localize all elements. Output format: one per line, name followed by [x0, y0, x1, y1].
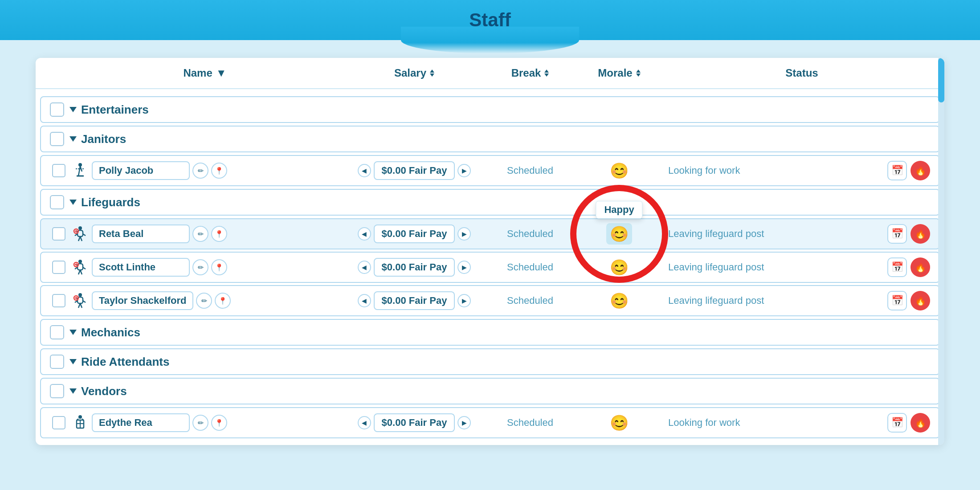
morale-icon-taylor: 😊 [610, 292, 629, 310]
morale-icon-reta: 😊 [606, 223, 632, 245]
salary-decrease-scott[interactable]: ◀ [358, 261, 371, 274]
scrollbar[interactable] [938, 58, 944, 445]
column-header-status: Status [664, 67, 940, 79]
sort-icon-break [544, 69, 549, 77]
calendar-button-taylor[interactable]: 📅 [887, 291, 907, 310]
status-cell-taylor: Leaving lifeguard post 📅 🔥 [664, 291, 935, 310]
action-buttons-taylor: 📅 🔥 [887, 291, 930, 310]
page-title: Staff [469, 9, 510, 31]
edit-button-scott[interactable]: ✏ [192, 259, 208, 275]
morale-cell-polly: 😊 [575, 162, 664, 180]
salary-increase-reta[interactable]: ▶ [457, 227, 471, 241]
svg-point-5 [78, 226, 82, 230]
edit-button-reta[interactable]: ✏ [192, 226, 208, 242]
group-checkbox-vendors[interactable] [50, 384, 64, 398]
column-header-name[interactable]: Name ▼ [67, 67, 343, 79]
name-input-wrap-polly: Polly Jacob ✏ 📍 [92, 161, 343, 180]
morale-icon-scott: 😊 [610, 258, 629, 276]
row-checkbox-scott[interactable] [52, 261, 65, 274]
sort-icon-name: ▼ [216, 67, 227, 79]
group-mechanics[interactable]: Mechanics [40, 319, 940, 346]
name-display-polly: Polly Jacob [92, 161, 190, 180]
edit-button-polly[interactable]: ✏ [192, 163, 208, 179]
salary-increase-scott[interactable]: ▶ [457, 261, 471, 274]
group-janitors[interactable]: Janitors [40, 126, 940, 152]
action-buttons-reta: 📅 🔥 [887, 224, 930, 244]
group-checkbox-ride-attendants[interactable] [50, 355, 64, 369]
location-button-edythe[interactable]: 📍 [211, 415, 227, 431]
fire-button-reta[interactable]: 🔥 [911, 224, 930, 244]
salary-display-scott: $0.00 Fair Pay [374, 258, 455, 277]
table-row: Scott Linthe ✏ 📍 ◀ $0.00 Fair Pay ▶ Sche… [40, 252, 940, 283]
salary-increase-edythe[interactable]: ▶ [457, 416, 471, 429]
location-button-scott[interactable]: 📍 [211, 259, 227, 275]
name-display-taylor: Taylor Shackelford [92, 291, 193, 310]
group-checkbox-janitors[interactable] [50, 132, 64, 146]
row-checkbox-edythe[interactable] [52, 416, 65, 429]
salary-decrease-polly[interactable]: ◀ [358, 164, 371, 177]
table-row: Edythe Rea ✏ 📍 ◀ $0.00 Fair Pay ▶ Schedu… [40, 407, 940, 438]
page-header: Staff [0, 0, 980, 40]
lifeguard-icon-taylor [72, 293, 88, 309]
fire-button-scott[interactable]: 🔥 [911, 257, 930, 277]
name-display-edythe: Edythe Rea [92, 413, 190, 432]
name-input-wrap-reta: Reta Beal ✏ 📍 [92, 225, 343, 243]
table-row: Taylor Shackelford ✏ 📍 ◀ $0.00 Fair Pay … [40, 285, 940, 316]
salary-increase-taylor[interactable]: ▶ [457, 294, 471, 307]
row-checkbox-taylor[interactable] [52, 294, 65, 307]
salary-decrease-edythe[interactable]: ◀ [358, 416, 371, 429]
svg-point-23 [78, 293, 82, 297]
fire-button-edythe[interactable]: 🔥 [911, 413, 930, 433]
morale-icon-edythe: 😊 [610, 414, 629, 432]
group-entertainers[interactable]: Entertainers [40, 96, 940, 123]
column-header-salary[interactable]: Salary [343, 67, 486, 79]
salary-decrease-taylor[interactable]: ◀ [358, 294, 371, 307]
name-input-wrap-scott: Scott Linthe ✏ 📍 [92, 258, 343, 277]
break-cell-scott: Scheduled [486, 261, 575, 273]
column-header-morale[interactable]: Morale [575, 67, 664, 79]
calendar-button-scott[interactable]: 📅 [887, 257, 907, 277]
group-lifeguards[interactable]: Lifeguards [40, 189, 940, 216]
calendar-button-reta[interactable]: 📅 [887, 224, 907, 244]
group-vendors[interactable]: Vendors [40, 378, 940, 404]
action-buttons-scott: 📅 🔥 [887, 257, 930, 277]
group-checkbox-mechanics[interactable] [50, 325, 64, 339]
name-display-scott: Scott Linthe [92, 258, 190, 277]
lifeguard-icon [72, 226, 88, 242]
name-input-wrap-taylor: Taylor Shackelford ✏ 📍 [92, 291, 343, 310]
salary-decrease-reta[interactable]: ◀ [358, 227, 371, 241]
edit-button-edythe[interactable]: ✏ [192, 415, 208, 431]
group-checkbox-entertainers[interactable] [50, 102, 64, 117]
row-checkbox-polly[interactable] [52, 164, 65, 177]
row-checkbox-reta[interactable] [52, 227, 65, 241]
name-input-wrap-edythe: Edythe Rea ✏ 📍 [92, 413, 343, 432]
salary-cell-reta: ◀ $0.00 Fair Pay ▶ [343, 225, 486, 243]
column-header-break[interactable]: Break [486, 67, 575, 79]
name-cell-reta: Reta Beal ✏ 📍 [72, 225, 343, 243]
scrollbar-handle[interactable] [938, 58, 944, 102]
collapse-icon-vendors [69, 388, 77, 394]
location-button-taylor[interactable]: 📍 [215, 293, 231, 309]
sort-icon-salary [430, 69, 434, 77]
fire-button-polly[interactable]: 🔥 [911, 161, 930, 180]
svg-point-3 [78, 163, 82, 167]
group-ride-attendants[interactable]: Ride Attendants [40, 348, 940, 375]
status-text-polly: Looking for work [668, 165, 740, 176]
staff-table-container: Name ▼ Salary Break Morale Status [36, 58, 944, 445]
status-cell-scott: Leaving lifeguard post 📅 🔥 [664, 257, 935, 277]
edit-button-taylor[interactable]: ✏ [196, 293, 212, 309]
salary-increase-polly[interactable]: ▶ [457, 164, 471, 177]
calendar-button-edythe[interactable]: 📅 [887, 413, 907, 433]
name-display-reta: Reta Beal [92, 225, 190, 243]
fire-button-taylor[interactable]: 🔥 [911, 291, 930, 310]
vendor-icon [72, 415, 88, 431]
salary-cell-taylor: ◀ $0.00 Fair Pay ▶ [343, 291, 486, 310]
location-button-reta[interactable]: 📍 [211, 226, 227, 242]
morale-cell-scott: 😊 [575, 258, 664, 276]
calendar-button-polly[interactable]: 📅 [887, 161, 907, 180]
morale-icon-polly: 😊 [610, 162, 629, 180]
group-checkbox-lifeguards[interactable] [50, 195, 64, 209]
svg-line-26 [80, 303, 82, 308]
collapse-icon-ride-attendants [69, 359, 77, 364]
location-button-polly[interactable]: 📍 [211, 163, 227, 179]
